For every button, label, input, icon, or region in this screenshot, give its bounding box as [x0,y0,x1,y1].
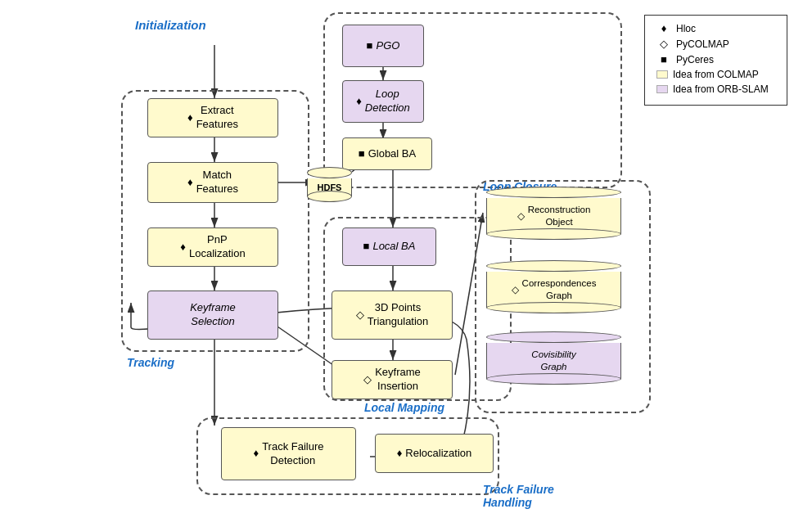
tracking-label: Tracking [127,356,174,369]
reconstruction-bot [486,228,621,240]
covisibility-bot [486,373,621,385]
legend-item-pycolmap: ◇ PyCOLMAP [656,38,775,50]
match-features-label: MatchFeatures [196,169,238,196]
local-ba-node: ■Local BA [342,227,436,266]
hdfs-drum: HDFS [307,167,352,202]
extract-features-node: ♦ExtractFeatures [147,98,278,137]
keyframe-insertion-label: KeyframeInsertion [375,366,421,394]
hdfs-top [307,167,352,178]
correspondences-label: CorrespondencesGraph [522,277,597,302]
reconstruction-object-drum: ◇ReconstructionObject [486,187,621,240]
correspondences-bot [486,302,621,313]
legend-pycolmap-label: PyCOLMAP [676,38,729,50]
keyframe-insertion-node: ◇KeyframeInsertion [332,360,453,399]
loop-detection-label: LoopDetection [365,88,410,115]
diagram-container: ♦ Hloc ◇ PyCOLMAP ■ PyCeres Idea from CO… [0,0,812,518]
keyframe-selection-label: KeyframeSelection [190,301,236,329]
triangulation-node: ◇3D PointsTriangulation [332,291,453,340]
legend-item-pyceres: ■ PyCeres [656,53,775,65]
purple-rect-icon [656,85,668,93]
global-ba-node: ■Global BA [342,137,432,170]
legend-pyceres-label: PyCeres [676,54,714,65]
correspondences-drum: ◇CorrespondencesGraph [486,260,621,313]
covisibility-top [486,331,621,343]
local-mapping-label: Local Mapping [364,401,444,414]
track-failure-detection-node: ♦Track FailureDetection [221,427,356,480]
extract-features-label: ExtractFeatures [196,104,238,132]
hloc-icon: ♦ [656,22,671,34]
pycolmap-icon: ◇ [656,38,671,50]
match-features-node: ♦MatchFeatures [147,162,278,203]
triangulation-label: 3D PointsTriangulation [368,301,429,329]
correspondences-top [486,260,621,272]
yellow-rect-icon [656,70,668,79]
local-ba-label: Local BA [372,240,415,254]
pnp-label: PnPLocalization [189,233,246,261]
pnp-localization-node: ♦PnPLocalization [147,227,278,267]
keyframe-selection-node: KeyframeSelection [147,291,278,340]
track-failure-label: Track FailureHandling [483,483,554,509]
loop-detection-node: ♦LoopDetection [342,80,424,123]
legend-box: ♦ Hloc ◇ PyCOLMAP ■ PyCeres Idea from CO… [644,15,787,106]
pgo-node: ■PGO [342,25,424,67]
reconstruction-label: ReconstructionObject [528,204,591,228]
legend-orbslam-label: Idea from ORB-SLAM [673,83,769,95]
track-failure-detection-label: Track FailureDetection [262,440,323,468]
covisibility-drum: CovisibilityGraph [486,331,621,385]
legend-item-hloc: ♦ Hloc [656,22,775,34]
relocalization-node: ♦Relocalization [375,434,494,473]
legend-hloc-label: Hloc [676,23,696,34]
legend-item-colmap-idea: Idea from COLMAP [656,69,775,80]
reconstruction-top [486,187,621,198]
legend-colmap-label: Idea from COLMAP [673,69,759,80]
legend-item-orbslam-idea: Idea from ORB-SLAM [656,83,775,95]
initialization-label: Initialization [135,18,206,32]
pyceres-icon: ■ [656,53,671,65]
covisibility-label: CovisibilityGraph [531,349,575,373]
